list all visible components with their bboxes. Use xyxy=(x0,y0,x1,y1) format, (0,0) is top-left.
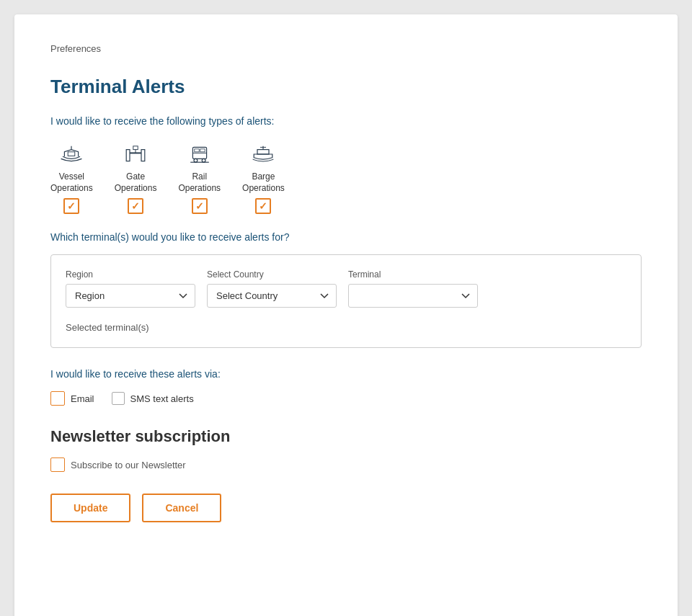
email-checkbox-row[interactable]: Email xyxy=(50,391,94,406)
gate-checkbox[interactable] xyxy=(128,198,143,214)
svg-rect-5 xyxy=(133,146,138,150)
region-group: Region Region xyxy=(66,269,195,308)
vessel-checkbox[interactable] xyxy=(63,198,79,214)
terminals-label: Which terminal(s) would you like to rece… xyxy=(50,231,642,243)
sms-label: SMS text alerts xyxy=(130,393,194,404)
alert-type-rail: RailOperations xyxy=(178,141,221,214)
svg-rect-0 xyxy=(68,152,76,156)
alert-type-gate: GateOperations xyxy=(115,141,157,214)
update-button[interactable]: Update xyxy=(50,494,130,522)
svg-rect-10 xyxy=(200,149,205,152)
page-title: Terminal Alerts xyxy=(50,76,642,98)
breadcrumb: Preferences xyxy=(50,43,642,54)
main-card: Preferences Terminal Alerts I would like… xyxy=(14,14,678,616)
svg-rect-2 xyxy=(126,150,130,161)
terminal-select[interactable] xyxy=(348,284,478,308)
alerts-type-label: I would like to receive the following ty… xyxy=(50,115,642,127)
newsletter-checkbox[interactable] xyxy=(50,457,65,472)
country-select[interactable]: Select Country xyxy=(207,284,337,308)
alert-type-vessel: VesselOperations xyxy=(50,141,93,214)
country-group: Select Country Select Country xyxy=(207,269,337,308)
terminal-label: Terminal xyxy=(348,269,478,280)
newsletter-label: Subscribe to our Newsletter xyxy=(71,460,186,470)
selected-terminals-label: Selected terminal(s) xyxy=(66,322,626,333)
barge-label: BargeOperations xyxy=(242,171,285,194)
svg-rect-9 xyxy=(195,149,199,152)
alerts-via-options: Email SMS text alerts xyxy=(50,391,642,406)
gate-label: GateOperations xyxy=(115,171,157,194)
alert-type-barge: BargeOperations xyxy=(242,141,285,214)
button-row: Update Cancel xyxy=(50,494,642,522)
barge-checkbox[interactable] xyxy=(255,198,271,214)
newsletter-title: Newsletter subscription xyxy=(50,427,642,446)
svg-point-12 xyxy=(202,159,205,162)
svg-point-11 xyxy=(194,159,198,162)
rail-icon xyxy=(187,141,213,167)
barge-icon xyxy=(250,141,276,167)
alert-types-row: VesselOperations GateOperations xyxy=(50,141,642,214)
rail-label: RailOperations xyxy=(178,171,221,194)
gate-icon xyxy=(123,141,148,167)
newsletter-checkbox-row[interactable]: Subscribe to our Newsletter xyxy=(50,457,642,472)
alerts-via-section: I would like to receive these alerts via… xyxy=(50,368,642,406)
vessel-label: VesselOperations xyxy=(50,171,93,194)
svg-rect-14 xyxy=(257,150,269,154)
dropdowns-row: Region Region Select Country Select Coun… xyxy=(66,269,626,308)
cancel-button[interactable]: Cancel xyxy=(142,494,221,522)
email-checkbox[interactable] xyxy=(50,391,65,406)
country-label: Select Country xyxy=(207,269,337,280)
region-select[interactable]: Region xyxy=(66,284,195,308)
sms-checkbox[interactable] xyxy=(112,392,125,405)
svg-rect-3 xyxy=(141,150,145,161)
vessel-icon xyxy=(58,141,84,167)
region-label: Region xyxy=(66,269,195,280)
terminal-group: Terminal xyxy=(348,269,478,308)
rail-checkbox[interactable] xyxy=(192,198,208,214)
email-label: Email xyxy=(71,393,94,404)
alerts-via-label: I would like to receive these alerts via… xyxy=(50,368,642,380)
terminal-selection-box: Region Region Select Country Select Coun… xyxy=(50,254,642,348)
sms-checkbox-row[interactable]: SMS text alerts xyxy=(112,392,194,405)
